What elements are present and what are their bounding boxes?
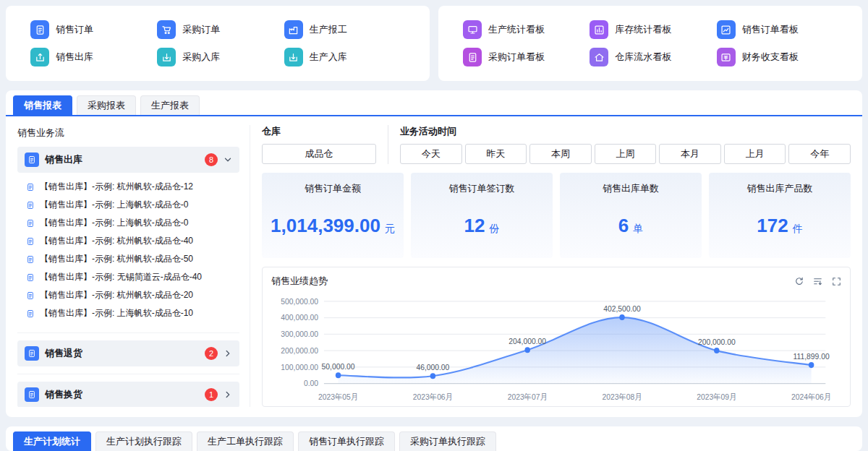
sales-return-doc-icon bbox=[25, 346, 39, 361]
refresh-icon[interactable] bbox=[794, 277, 804, 286]
group-sales-outbound[interactable]: 销售出库8 bbox=[17, 147, 239, 173]
svg-text:204,000.00: 204,000.00 bbox=[509, 336, 546, 345]
shortcut-purchase-inbound[interactable]: 采购入库 bbox=[157, 48, 278, 66]
svg-text:50,000.00: 50,000.00 bbox=[322, 361, 355, 370]
svg-text:46,000.00: 46,000.00 bbox=[416, 362, 449, 371]
flow-item[interactable]: 【销售出库】-示例: 上海帆软-成品仓-0 bbox=[17, 196, 239, 214]
chevron-right-icon bbox=[224, 349, 232, 358]
board-finance-label: 财务收支看板 bbox=[742, 51, 799, 64]
flow-item[interactable]: 【销售出库】-示例: 杭州帆软-成品仓-50 bbox=[17, 250, 239, 268]
time-btn-last-week[interactable]: 上周 bbox=[595, 144, 657, 164]
production-inbound-icon bbox=[284, 48, 303, 66]
warehouse-selected-value: 成品仓 bbox=[305, 147, 333, 160]
svg-text:2024年06月: 2024年06月 bbox=[791, 392, 831, 400]
dashboard-links-card: 生产统计看板库存统计看板销售订单看板采购订单看板仓库流水看板财务收支看板 bbox=[438, 6, 862, 81]
stat-sales-order-amount: 销售订单金额1,014,399.00元 bbox=[262, 173, 404, 258]
tab-sales-order-tracking[interactable]: 销售订单执行跟踪 bbox=[298, 431, 395, 451]
shortcut-purchase-order[interactable]: 采购订单 bbox=[157, 20, 278, 39]
fullscreen-icon[interactable] bbox=[832, 277, 841, 286]
stat-outbound-order-count-value: 6单 bbox=[618, 215, 643, 237]
warehouse-filter: 仓库 成品仓 bbox=[262, 125, 376, 164]
stat-outbound-product-count-title: 销售出库产品数 bbox=[747, 182, 813, 195]
shortcut-sales-order[interactable]: 销售订单 bbox=[30, 20, 151, 39]
filters-row: 仓库 成品仓 业务活动时间 今天昨天本周上周本月上月今年 bbox=[262, 125, 851, 164]
svg-text:2023年08月: 2023年08月 bbox=[602, 392, 642, 400]
svg-text:300,000.00: 300,000.00 bbox=[281, 330, 318, 338]
shortcut-production-inbound-label: 生产入库 bbox=[310, 51, 347, 64]
group-sales-exchange[interactable]: 销售换货1 bbox=[17, 382, 239, 407]
tab-sales-report[interactable]: 销售报表 bbox=[13, 95, 72, 115]
shortcut-sales-order-label: 销售订单 bbox=[56, 23, 93, 36]
tab-production-plan-tracking[interactable]: 生产计划执行跟踪 bbox=[95, 431, 192, 451]
time-btn-yesterday[interactable]: 昨天 bbox=[465, 144, 527, 164]
svg-text:0.00: 0.00 bbox=[304, 379, 318, 387]
board-inventory-stats-label: 库存统计看板 bbox=[615, 23, 671, 36]
time-filter: 业务活动时间 今天昨天本周上周本月上月今年 bbox=[400, 125, 851, 164]
group-sales-return-badge: 2 bbox=[205, 347, 218, 360]
group-sales-exchange-badge: 1 bbox=[205, 388, 218, 401]
board-production-stats[interactable]: 生产统计看板 bbox=[463, 20, 584, 39]
board-finance[interactable]: 财务收支看板 bbox=[717, 48, 838, 66]
svg-text:402,500.00: 402,500.00 bbox=[603, 304, 641, 312]
purchase-inbound-icon bbox=[157, 48, 176, 66]
report-tabs: 销售报表采购报表生产报表 bbox=[6, 90, 862, 115]
sales-report-content: 仓库 成品仓 业务活动时间 今天昨天本周上周本月上月今年 销售订单金额1,014… bbox=[250, 125, 851, 407]
sales-order-icon bbox=[30, 20, 49, 39]
tab-production-workorder-tracking[interactable]: 生产工单执行跟踪 bbox=[197, 431, 294, 451]
group-sales-return[interactable]: 销售退货2 bbox=[17, 340, 239, 366]
board-purchase-order[interactable]: 采购订单看板 bbox=[463, 48, 584, 66]
shortcut-sales-outbound[interactable]: 销售出库 bbox=[30, 48, 151, 66]
flow-item[interactable]: 【销售出库】-示例: 无锡简道云-成品仓-40 bbox=[17, 268, 239, 286]
group-sales-return-label: 销售退货 bbox=[45, 347, 199, 360]
sales-flow-panel: 销售业务流 销售出库8【销售出库】-示例: 杭州帆软-成品仓-12【销售出库】-… bbox=[17, 125, 250, 407]
stat-outbound-product-count-value: 172件 bbox=[757, 215, 802, 237]
shortcut-sales-outbound-label: 销售出库 bbox=[56, 51, 93, 64]
tab-production-plan-stats[interactable]: 生产计划统计 bbox=[13, 431, 91, 451]
board-warehouse-flow[interactable]: 仓库流水看板 bbox=[590, 48, 710, 66]
bottom-tabs: 生产计划统计生产计划执行跟踪生产工单执行跟踪销售订单执行跟踪采购订单执行跟踪 bbox=[6, 426, 862, 451]
quick-actions-card: 销售订单采购订单生产报工销售出库采购入库生产入库 bbox=[6, 6, 430, 81]
report-card: 销售报表采购报表生产报表 销售业务流 销售出库8【销售出库】-示例: 杭州帆软-… bbox=[6, 90, 862, 417]
document-icon bbox=[26, 201, 35, 210]
chart-title: 销售业绩趋势 bbox=[271, 275, 328, 288]
svg-text:111,899.00: 111,899.00 bbox=[793, 351, 830, 360]
warehouse-select[interactable]: 成品仓 bbox=[262, 144, 376, 164]
board-sales-order-label: 销售订单看板 bbox=[742, 23, 799, 36]
sales-trend-card: 销售业绩趋势 0.00100,000.00200,000.00300,000.0… bbox=[262, 267, 851, 407]
flow-item[interactable]: 【销售出库】-示例: 杭州帆软-成品仓-40 bbox=[17, 232, 239, 250]
group-sales-return-group: 销售退货2 bbox=[17, 332, 239, 366]
flow-item[interactable]: 【销售出库】-示例: 上海帆软-成品仓-0 bbox=[17, 214, 239, 232]
shortcut-production-report[interactable]: 生产报工 bbox=[284, 20, 405, 39]
production-stats-card: 生产计划统计生产计划执行跟踪生产工单执行跟踪销售订单执行跟踪采购订单执行跟踪 bbox=[6, 426, 862, 451]
time-btn-today[interactable]: 今天 bbox=[400, 144, 462, 164]
stat-sales-order-count-value: 12份 bbox=[464, 215, 500, 237]
flow-item[interactable]: 【销售出库】-示例: 上海帆软-成品仓-10 bbox=[17, 304, 239, 322]
shortcut-production-report-label: 生产报工 bbox=[310, 23, 347, 36]
time-btn-this-year[interactable]: 今年 bbox=[788, 144, 851, 164]
shortcut-purchase-inbound-label: 采购入库 bbox=[182, 51, 220, 64]
warehouse-flow-board-icon bbox=[590, 48, 608, 66]
board-sales-order[interactable]: 销售订单看板 bbox=[717, 20, 838, 39]
top-shortcut-row: 销售订单采购订单生产报工销售出库采购入库生产入库 生产统计看板库存统计看板销售订… bbox=[6, 6, 862, 81]
tab-production-report[interactable]: 生产报表 bbox=[140, 95, 200, 115]
finance-board-icon bbox=[717, 48, 736, 66]
time-btn-this-week[interactable]: 本周 bbox=[529, 144, 592, 164]
board-inventory-stats[interactable]: 库存统计看板 bbox=[590, 20, 710, 39]
purchase-order-board-icon bbox=[463, 48, 482, 66]
sort-filter-icon[interactable] bbox=[813, 277, 822, 286]
shortcut-production-inbound[interactable]: 生产入库 bbox=[284, 48, 405, 66]
production-report-icon bbox=[284, 20, 303, 39]
board-warehouse-flow-label: 仓库流水看板 bbox=[615, 51, 671, 64]
svg-text:100,000.00: 100,000.00 bbox=[281, 362, 318, 371]
document-icon bbox=[26, 273, 35, 282]
document-icon bbox=[26, 237, 35, 246]
document-icon bbox=[26, 255, 35, 264]
time-btn-last-month[interactable]: 上月 bbox=[724, 144, 786, 164]
flow-item[interactable]: 【销售出库】-示例: 杭州帆软-成品仓-12 bbox=[17, 178, 239, 196]
tab-purchase-order-tracking[interactable]: 采购订单执行跟踪 bbox=[399, 431, 496, 451]
time-btn-this-month[interactable]: 本月 bbox=[659, 144, 721, 164]
time-label: 业务活动时间 bbox=[400, 125, 851, 138]
tab-purchase-report[interactable]: 采购报表 bbox=[77, 95, 136, 115]
flow-item[interactable]: 【销售出库】-示例: 杭州帆软-成品仓-20 bbox=[17, 286, 239, 304]
time-buttons: 今天昨天本周上周本月上月今年 bbox=[400, 144, 851, 164]
